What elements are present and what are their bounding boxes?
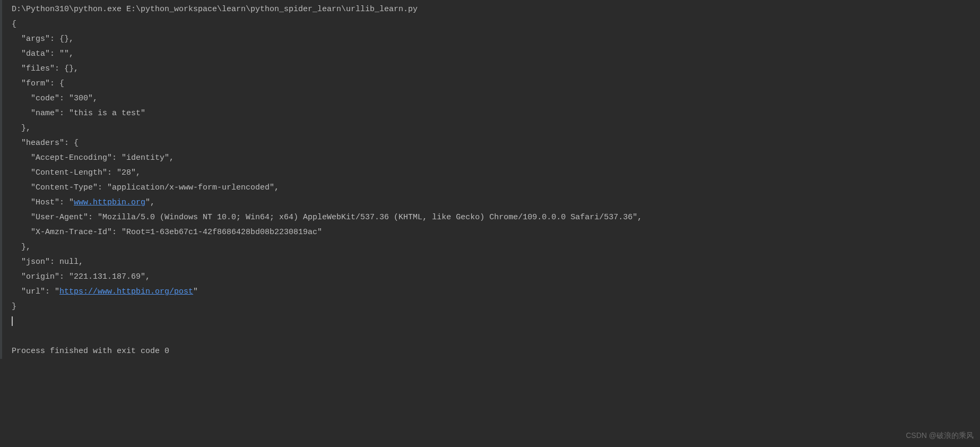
watermark: CSDN @破浪的乘风 [906, 428, 974, 443]
output-line: "User-Agent": "Mozilla/5.0 (Windows NT 1… [12, 210, 980, 225]
output-line: { [12, 17, 980, 32]
blank-line [12, 329, 980, 344]
output-line: "Accept-Encoding": "identity", [12, 151, 980, 166]
output-line: }, [12, 240, 980, 255]
output-line: } [12, 299, 980, 314]
httpbin-host-link[interactable]: www.httpbin.org [74, 198, 145, 207]
console-content: D:\Python310\python.exe E:\python_worksp… [2, 2, 980, 359]
command-line: D:\Python310\python.exe E:\python_worksp… [12, 2, 980, 17]
text-cursor [12, 316, 13, 326]
output-line: }, [12, 121, 980, 136]
output-line: "origin": "221.131.187.69", [12, 270, 980, 285]
console-output: D:\Python310\python.exe E:\python_worksp… [0, 0, 980, 359]
output-line: "headers": { [12, 136, 980, 151]
output-line: "Content-Type": "application/x-www-form-… [12, 180, 980, 195]
httpbin-url-link[interactable]: https://www.httpbin.org/post [59, 287, 193, 296]
output-line: "X-Amzn-Trace-Id": "Root=1-63eb67c1-42f8… [12, 225, 980, 240]
output-text: "url": " [12, 287, 59, 296]
output-line: "form": { [12, 76, 980, 91]
output-line: "files": {}, [12, 62, 980, 76]
output-line: "Content-Length": "28", [12, 166, 980, 180]
output-line: "json": null, [12, 255, 980, 270]
output-line: "Host": "www.httpbin.org", [12, 195, 980, 210]
output-line: "name": "this is a test" [12, 106, 980, 121]
exit-message: Process finished with exit code 0 [12, 344, 980, 359]
output-line: "code": "300", [12, 91, 980, 106]
output-line: "data": "", [12, 47, 980, 62]
output-line: "args": {}, [12, 32, 980, 47]
output-line: "url": "https://www.httpbin.org/post" [12, 285, 980, 299]
output-text: "Host": " [12, 198, 74, 207]
cursor-line [12, 314, 980, 329]
output-text: ", [145, 198, 160, 207]
output-text: " [193, 287, 198, 296]
